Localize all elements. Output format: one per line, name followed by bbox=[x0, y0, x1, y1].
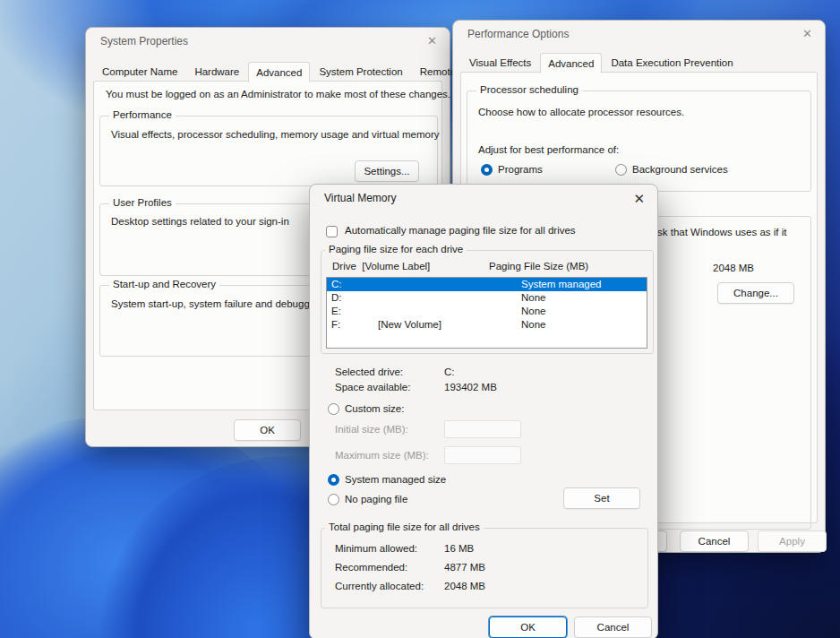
processor-scheduling-label: Processor scheduling bbox=[476, 84, 582, 95]
performance-group-label: Performance bbox=[109, 109, 176, 120]
no-paging-radio[interactable] bbox=[328, 494, 339, 505]
programs-radio-label[interactable]: Programs bbox=[498, 164, 543, 175]
space-available-label: Space available: bbox=[335, 382, 410, 392]
programs-radio[interactable] bbox=[481, 164, 493, 176]
tab-visual-effects[interactable]: Visual Effects bbox=[461, 54, 539, 73]
drive-row-e[interactable]: E: None bbox=[327, 305, 647, 318]
virtual-memory-total: 2048 MB bbox=[713, 263, 754, 273]
minimum-allowed-value: 16 MB bbox=[444, 543, 474, 554]
tab-system-protection[interactable]: System Protection bbox=[311, 63, 410, 82]
cancel-button[interactable]: Cancel bbox=[574, 616, 652, 638]
drive-letter: D: bbox=[327, 291, 378, 305]
maximum-size-input bbox=[444, 446, 521, 464]
background-services-radio-label[interactable]: Background services bbox=[632, 164, 728, 175]
system-managed-label[interactable]: System managed size bbox=[345, 474, 446, 485]
maximum-size-label: Maximum size (MB): bbox=[335, 450, 429, 461]
initial-size-label: Initial size (MB): bbox=[335, 424, 408, 435]
cancel-button[interactable]: Cancel bbox=[680, 530, 749, 552]
minimum-allowed-label: Minimum allowed: bbox=[335, 543, 417, 554]
recommended-value: 4877 MB bbox=[444, 562, 485, 573]
tab-hardware[interactable]: Hardware bbox=[186, 63, 247, 82]
space-available-value: 193402 MB bbox=[444, 382, 497, 392]
change-button[interactable]: Change... bbox=[717, 282, 794, 304]
tab-strip: Computer Name Hardware Advanced System P… bbox=[94, 62, 465, 82]
user-profiles-desc: Desktop settings related to your sign-in bbox=[111, 216, 289, 227]
auto-manage-label[interactable]: Automatically manage paging file size fo… bbox=[345, 225, 576, 236]
drive-listbox[interactable]: C: System managed D: None E: None F: [Ne… bbox=[326, 277, 647, 349]
selected-drive-value: C: bbox=[444, 366, 455, 377]
volume-label bbox=[378, 305, 521, 318]
paging-size: System managed bbox=[521, 278, 647, 291]
volume-label bbox=[378, 291, 521, 305]
drive-row-f[interactable]: F: [New Volume] None bbox=[327, 318, 647, 332]
admin-note: You must be logged on as an Administrato… bbox=[106, 89, 450, 99]
performance-settings-button[interactable]: Settings... bbox=[355, 160, 419, 182]
paging-size-group-label: Paging file size for each drive bbox=[325, 244, 467, 254]
tab-advanced[interactable]: Advanced bbox=[248, 62, 310, 82]
startup-recovery-group-label: Start-up and Recovery bbox=[109, 279, 219, 289]
column-header-drive: Drive [Volume Label] bbox=[332, 261, 430, 272]
tab-strip: Visual Effects Advanced Data Execution P… bbox=[461, 53, 742, 73]
startup-recovery-desc: System start-up, system failure and debu… bbox=[111, 298, 323, 309]
performance-desc: Visual effects, processor scheduling, me… bbox=[111, 129, 439, 140]
currently-allocated-label: Currently allocated: bbox=[335, 581, 424, 591]
set-button[interactable]: Set bbox=[563, 487, 640, 509]
custom-size-label[interactable]: Custom size: bbox=[345, 403, 404, 414]
paging-size: None bbox=[521, 305, 647, 318]
initial-size-input bbox=[444, 420, 521, 438]
custom-size-radio[interactable] bbox=[328, 403, 339, 415]
user-profiles-group-label: User Profiles bbox=[109, 197, 176, 208]
window-title: Performance Options bbox=[467, 28, 569, 40]
no-paging-label[interactable]: No paging file bbox=[345, 494, 407, 504]
drive-letter: E: bbox=[327, 305, 378, 318]
volume-label bbox=[378, 278, 521, 291]
column-header-size: Paging File Size (MB) bbox=[489, 261, 588, 272]
virtual-memory-window: Virtual Memory ✕ Automatically manage pa… bbox=[309, 184, 658, 638]
virtual-memory-partial-text: sk that Windows uses as if it bbox=[657, 227, 786, 237]
window-title: Virtual Memory bbox=[324, 192, 396, 204]
totals-group-label: Total paging file size for all drives bbox=[325, 522, 484, 532]
ok-button[interactable]: OK bbox=[489, 616, 567, 638]
drive-letter: F: bbox=[327, 318, 378, 332]
close-icon[interactable]: ✕ bbox=[633, 191, 645, 207]
system-managed-radio[interactable] bbox=[328, 474, 339, 486]
volume-label: [New Volume] bbox=[378, 318, 521, 332]
background-services-radio[interactable] bbox=[615, 164, 627, 176]
drive-row-d[interactable]: D: None bbox=[327, 291, 647, 305]
drive-row-c[interactable]: C: System managed bbox=[327, 278, 647, 291]
drive-letter: C: bbox=[327, 278, 378, 291]
recommended-label: Recommended: bbox=[335, 562, 407, 573]
close-icon[interactable]: ✕ bbox=[802, 26, 812, 42]
paging-size: None bbox=[521, 291, 647, 305]
processor-scheduling-group: Processor scheduling bbox=[467, 91, 811, 192]
tab-computer-name[interactable]: Computer Name bbox=[94, 63, 185, 82]
close-icon[interactable]: ✕ bbox=[427, 33, 437, 49]
auto-manage-checkbox[interactable] bbox=[326, 226, 338, 237]
processor-scheduling-desc: Choose how to allocate processor resourc… bbox=[478, 107, 684, 117]
tab-data-execution-prevention[interactable]: Data Execution Prevention bbox=[603, 54, 741, 73]
paging-size: None bbox=[521, 318, 647, 332]
selected-drive-label: Selected drive: bbox=[335, 366, 403, 377]
currently-allocated-value: 2048 MB bbox=[444, 581, 485, 591]
apply-button[interactable]: Apply bbox=[758, 530, 827, 552]
adjust-label: Adjust for best performance of: bbox=[478, 144, 619, 155]
window-title: System Properties bbox=[100, 35, 188, 47]
tab-advanced[interactable]: Advanced bbox=[540, 53, 602, 73]
ok-button[interactable]: OK bbox=[234, 419, 301, 441]
